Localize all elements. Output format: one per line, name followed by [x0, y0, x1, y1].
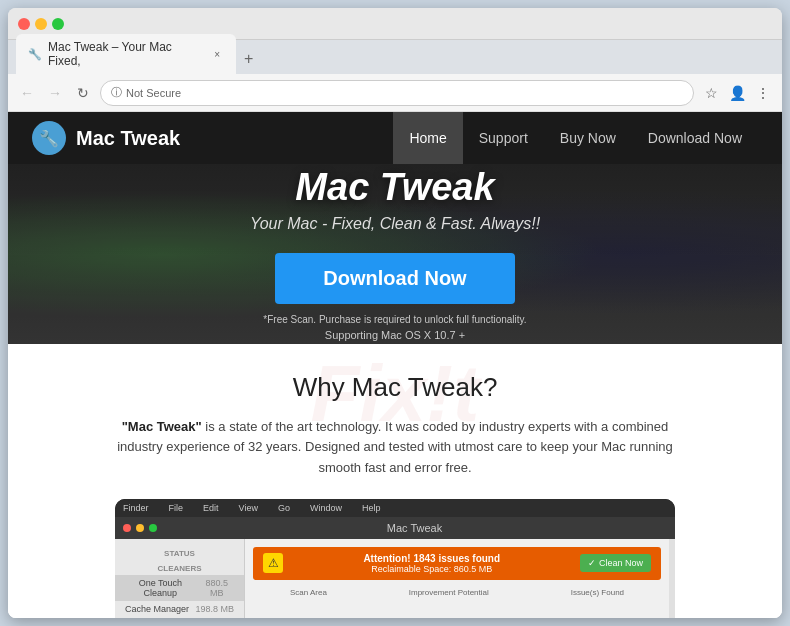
hero-content: Mac Tweak Your Mac - Fixed, Clean & Fast… — [250, 166, 540, 341]
page-content: 🔧 Mac Tweak Home Support Buy Now Downloa… — [8, 112, 782, 618]
mac-screenshot: Finder File Edit View Go Window Help Mac… — [115, 499, 675, 618]
browser-tab[interactable]: 🔧 Mac Tweak – Your Mac Fixed, × — [16, 34, 236, 74]
mac-sidebar-item-size: 880.5 MB — [200, 578, 234, 598]
mac-finder-item: Edit — [203, 503, 219, 513]
mac-sidebar-item-size: 198.8 MB — [195, 604, 234, 614]
forward-button[interactable]: → — [44, 82, 66, 104]
hero-title: Mac Tweak — [295, 166, 494, 209]
mac-window-titlebar: Mac Tweak — [115, 517, 675, 539]
close-traffic-light[interactable] — [18, 18, 30, 30]
mac-info-scan-area: Scan Area — [290, 588, 327, 597]
hero-fine-print: *Free Scan. Purchase is required to unlo… — [263, 314, 526, 325]
logo-text: Mac Tweak — [76, 127, 180, 150]
why-title: Why Mac Tweak? — [68, 372, 722, 403]
logo-icon: 🔧 — [32, 121, 66, 155]
mac-info-issues: Issue(s) Found — [571, 588, 624, 597]
mac-finder-item: View — [239, 503, 258, 513]
mac-window-title: Mac Tweak — [162, 522, 667, 534]
tab-favicon: 🔧 — [28, 48, 42, 61]
mac-sidebar-item-label: Cache Manager — [125, 604, 189, 614]
mac-sidebar-section-status: Status — [115, 545, 244, 560]
mac-finder-item: Finder — [123, 503, 149, 513]
mac-finder-bar: Finder File Edit View Go Window Help — [115, 499, 675, 517]
mac-info-improvement: Improvement Potential — [409, 588, 489, 597]
mac-sidebar-item-onetouchcleanup[interactable]: One Touch Cleanup 880.5 MB — [115, 575, 244, 601]
why-description: "Mac Tweak" is a state of the art techno… — [105, 417, 685, 479]
why-section: Fix!t Why Mac Tweak? "Mac Tweak" is a st… — [8, 344, 782, 618]
nav-link-home[interactable]: Home — [393, 112, 462, 164]
tab-close-button[interactable]: × — [210, 47, 224, 61]
mac-alert-icon: ⚠ — [263, 553, 283, 573]
address-bar: ← → ↻ ⓘ Not Secure ☆ 👤 ⋮ — [8, 74, 782, 112]
tab-bar: 🔧 Mac Tweak – Your Mac Fixed, × + — [8, 40, 782, 74]
lock-icon: ⓘ — [111, 85, 122, 100]
new-tab-button[interactable]: + — [236, 44, 261, 74]
browser-window: 🔧 Mac Tweak – Your Mac Fixed, × + ← → ↻ … — [8, 8, 782, 618]
mac-finder-item: File — [169, 503, 184, 513]
mac-info-bar: Scan Area Improvement Potential Issue(s)… — [253, 586, 661, 599]
mac-minimize-dot — [136, 524, 144, 532]
user-button[interactable]: 👤 — [726, 82, 748, 104]
mac-main-area: ⚠ Attention! 1843 issues found Reclaimab… — [245, 539, 669, 618]
mac-alert-text: Attention! 1843 issues found Reclaimable… — [291, 553, 572, 574]
hero-support-text: Supporting Mac OS X 10.7 + — [325, 329, 465, 341]
menu-button[interactable]: ⋮ — [752, 82, 774, 104]
mac-sidebar: Status Cleaners One Touch Cleanup 880.5 … — [115, 539, 245, 618]
download-now-button[interactable]: Download Now — [275, 253, 514, 304]
mac-alert-subtitle: Reclaimable Space: 860.5 MB — [291, 564, 572, 574]
mac-close-dot — [123, 524, 131, 532]
mac-finder-item: Go — [278, 503, 290, 513]
toolbar-actions: ☆ 👤 ⋮ — [700, 82, 774, 104]
mac-maximize-dot — [149, 524, 157, 532]
hero-subtitle: Your Mac - Fixed, Clean & Fast. Always!! — [250, 215, 540, 233]
tab-title: Mac Tweak – Your Mac Fixed, — [48, 40, 204, 68]
security-text: Not Secure — [126, 87, 181, 99]
mac-sidebar-item-logs[interactable]: Log Files — [115, 617, 244, 618]
nav-links: Home Support Buy Now Download Now — [393, 112, 758, 164]
traffic-lights — [18, 18, 64, 30]
nav-link-support[interactable]: Support — [463, 112, 544, 164]
mac-app-content: Status Cleaners One Touch Cleanup 880.5 … — [115, 539, 675, 618]
mac-alert: ⚠ Attention! 1843 issues found Reclaimab… — [253, 547, 661, 580]
why-brand-name: "Mac Tweak" — [122, 419, 202, 434]
mac-finder-item: Window — [310, 503, 342, 513]
site-logo: 🔧 Mac Tweak — [32, 121, 180, 155]
site-nav: 🔧 Mac Tweak Home Support Buy Now Downloa… — [8, 112, 782, 164]
hero-section: Mac Tweak Your Mac - Fixed, Clean & Fast… — [8, 164, 782, 344]
mac-sidebar-item-label: One Touch Cleanup — [125, 578, 196, 598]
mac-alert-title: Attention! 1843 issues found — [291, 553, 572, 564]
back-button[interactable]: ← — [16, 82, 38, 104]
url-bar[interactable]: ⓘ Not Secure — [100, 80, 694, 106]
mac-scrollbar — [669, 539, 675, 618]
security-indicator: ⓘ Not Secure — [111, 85, 181, 100]
mac-sidebar-section-cleaners: Cleaners — [115, 560, 244, 575]
bookmark-button[interactable]: ☆ — [700, 82, 722, 104]
mac-sidebar-item-cache[interactable]: Cache Manager 198.8 MB — [115, 601, 244, 617]
mac-finder-item: Help — [362, 503, 381, 513]
maximize-traffic-light[interactable] — [52, 18, 64, 30]
nav-link-buynow[interactable]: Buy Now — [544, 112, 632, 164]
nav-link-downloadnow[interactable]: Download Now — [632, 112, 758, 164]
reload-button[interactable]: ↻ — [72, 82, 94, 104]
minimize-traffic-light[interactable] — [35, 18, 47, 30]
mac-clean-button[interactable]: ✓ Clean Now — [580, 554, 651, 572]
